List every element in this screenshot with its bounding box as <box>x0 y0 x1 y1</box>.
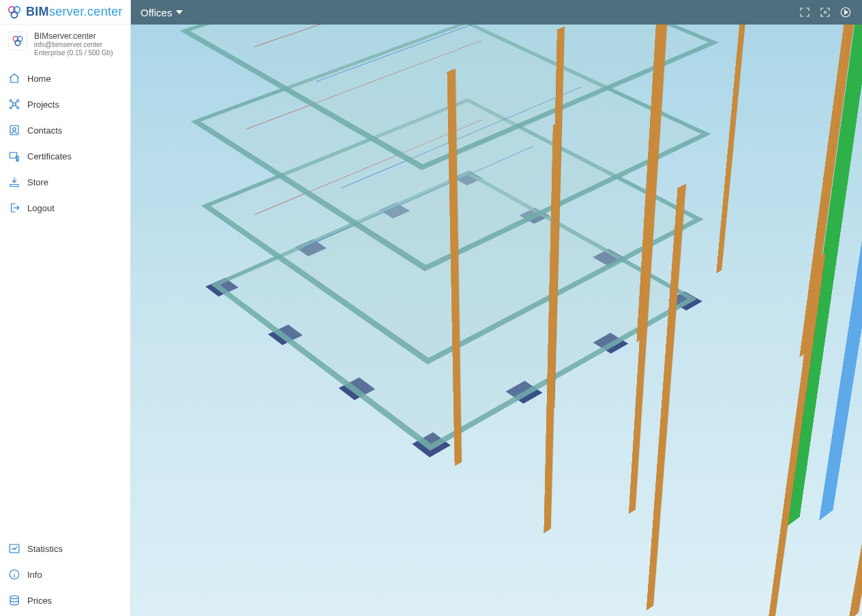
topbar: Offices <box>131 0 862 25</box>
certificates-icon <box>8 150 20 162</box>
brand-bim: BIM <box>26 5 49 18</box>
fit-view-icon[interactable] <box>798 5 812 19</box>
sidebar-item-contacts[interactable]: Contacts <box>0 117 130 143</box>
sidebar-item-label: Prices <box>27 596 52 606</box>
viewport-3d[interactable] <box>131 25 862 616</box>
sidebar-item-label: Contacts <box>27 125 62 136</box>
projects-icon <box>8 98 20 110</box>
brand-server: server <box>49 5 84 18</box>
svg-point-5 <box>15 40 20 46</box>
brand[interactable]: BIMserver.center <box>0 0 130 25</box>
sidebar-item-label: Projects <box>27 99 59 110</box>
prices-icon <box>8 594 20 606</box>
nav-bottom: Statistics Info Prices <box>0 533 130 616</box>
profile-plan: Enterprise (0.15 / 500 Gb) <box>34 49 113 57</box>
svg-point-10 <box>17 107 19 109</box>
sidebar-item-label: Store <box>27 177 48 187</box>
project-dropdown[interactable]: Offices <box>140 7 183 18</box>
sidebar-item-logout[interactable]: Logout <box>0 195 130 221</box>
contacts-icon <box>8 124 20 136</box>
timber-column <box>712 25 752 315</box>
profile-email: info@bimserver.center <box>34 41 113 49</box>
play-icon[interactable] <box>839 5 852 19</box>
nav-top: Home Projects Contacts Certificates Stor… <box>0 63 130 224</box>
sidebar-item-label: Info <box>27 570 42 580</box>
brand-text: BIMserver.center <box>26 5 123 19</box>
info-icon <box>8 568 20 581</box>
svg-point-9 <box>10 107 12 109</box>
sidebar-item-home[interactable]: Home <box>0 65 130 91</box>
chevron-down-icon <box>176 10 183 14</box>
project-title: Offices <box>140 7 172 18</box>
frame-selection-icon[interactable] <box>818 5 832 19</box>
sidebar-item-label: Statistics <box>27 544 63 554</box>
sidebar-item-certificates[interactable]: Certificates <box>0 143 130 169</box>
avatar <box>8 31 27 50</box>
main: Offices <box>131 0 862 616</box>
statistics-icon <box>8 542 20 555</box>
home-icon <box>8 72 20 84</box>
sidebar-spacer <box>0 224 130 533</box>
sidebar-item-store[interactable]: Store <box>0 169 130 195</box>
svg-point-14 <box>16 156 19 159</box>
svg-point-17 <box>10 596 18 599</box>
sidebar-item-info[interactable]: Info <box>0 561 130 587</box>
svg-point-12 <box>13 128 16 132</box>
brand-logo-icon <box>7 5 22 20</box>
building-model <box>211 171 803 531</box>
sidebar-item-label: Certificates <box>27 151 72 161</box>
logout-icon <box>8 202 20 214</box>
sidebar-item-statistics[interactable]: Statistics <box>0 536 130 561</box>
svg-point-2 <box>11 12 17 18</box>
sidebar-item-label: Home <box>27 74 51 84</box>
sidebar-item-prices[interactable]: Prices <box>0 587 130 613</box>
profile-text: BIMserver.center info@bimserver.center E… <box>34 31 113 57</box>
sidebar-item-label: Logout <box>27 203 55 213</box>
topbar-tools <box>798 5 852 19</box>
svg-point-7 <box>10 100 12 102</box>
svg-point-8 <box>17 100 19 102</box>
svg-rect-11 <box>10 126 18 136</box>
brand-center: .center <box>84 5 123 18</box>
profile-block[interactable]: BIMserver.center info@bimserver.center E… <box>0 25 130 63</box>
store-icon <box>8 176 20 188</box>
svg-point-18 <box>824 12 827 14</box>
profile-name: BIMserver.center <box>34 31 113 41</box>
sidebar-item-projects[interactable]: Projects <box>0 91 130 117</box>
timber-column <box>758 253 825 616</box>
sidebar: BIMserver.center BIMserver.center info@b… <box>0 0 131 616</box>
